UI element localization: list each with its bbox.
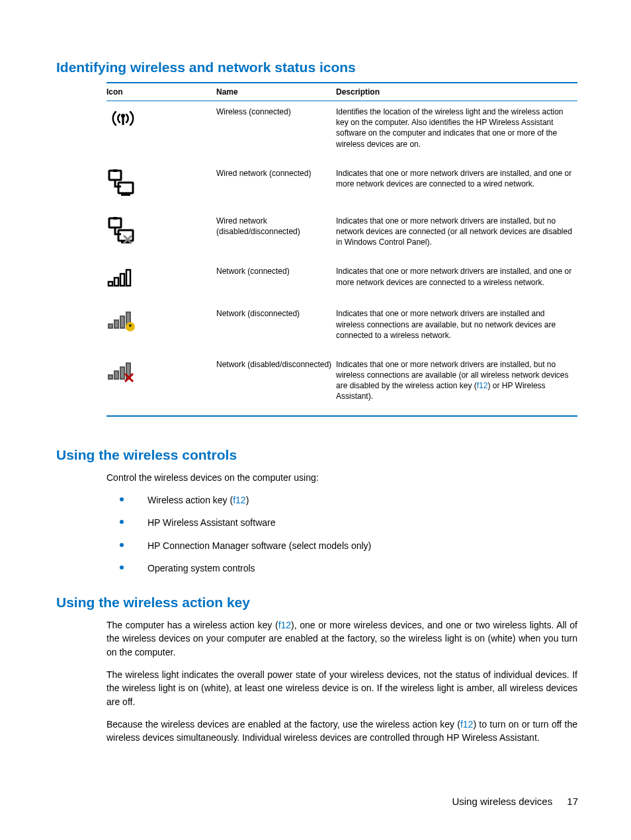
svg-rect-23 [114, 371, 118, 379]
f12-link[interactable]: f12 [278, 620, 291, 630]
body-paragraph: The computer has a wireless action key (… [106, 618, 577, 659]
col-desc: Description [336, 83, 577, 101]
svg-rect-5 [121, 193, 130, 196]
col-icon: Icon [106, 83, 216, 101]
svg-rect-3 [113, 169, 117, 172]
list-item: Wireless action key (f12) [106, 493, 577, 507]
list-item: HP Wireless Assistant software [106, 516, 577, 529]
svg-rect-4 [118, 183, 133, 193]
svg-rect-7 [113, 217, 117, 220]
heading-using-wireless-action-key: Using the wireless action key [56, 595, 578, 610]
network-disconnected-icon: * [106, 308, 136, 332]
table-row: * Network (disconnected) Indicates that … [106, 303, 577, 354]
row-desc: Indicates that one or more network drive… [336, 210, 577, 261]
page-number: 17 [567, 796, 578, 807]
row-name: Network (connected) [216, 261, 336, 303]
heading-identifying-icons: Identifying wireless and network status … [56, 60, 578, 75]
page-footer: Using wireless devices 17 [452, 796, 578, 807]
svg-rect-6 [109, 218, 121, 228]
f12-link[interactable]: f12 [477, 381, 488, 390]
col-name: Name [216, 83, 336, 101]
svg-rect-13 [114, 278, 118, 286]
network-disabled-icon [106, 359, 136, 383]
row-desc: Indicates that one or more network drive… [336, 163, 577, 210]
controls-intro: Control the wireless devices on the comp… [106, 471, 577, 484]
footer-text: Using wireless devices [452, 796, 552, 807]
svg-rect-2 [109, 171, 121, 180]
table-row: Wired network (connected) Indicates that… [106, 163, 577, 210]
table-row: Network (connected) Indicates that one o… [106, 261, 577, 303]
svg-rect-22 [108, 375, 112, 379]
table-row: Wired network (disabled/disconnected) In… [106, 210, 577, 261]
svg-rect-16 [108, 324, 112, 328]
status-icons-table: Icon Name Description [106, 82, 577, 417]
table-row: Network (disabled/disconnected) Indicate… [106, 354, 577, 416]
row-name: Network (disabled/disconnected) [216, 354, 336, 416]
svg-rect-12 [108, 282, 112, 286]
row-name: Wired network (connected) [216, 163, 336, 210]
row-desc: Indicates that one or more network drive… [336, 303, 577, 354]
svg-rect-1 [122, 116, 124, 125]
row-desc: Indicates that one or more network drive… [336, 261, 577, 303]
f12-link[interactable]: f12 [460, 719, 473, 730]
list-item: HP Connection Manager software (select m… [106, 539, 577, 552]
svg-text:*: * [129, 323, 132, 331]
svg-rect-17 [114, 320, 118, 328]
svg-rect-14 [120, 274, 124, 286]
svg-rect-15 [126, 270, 130, 286]
row-name: Network (disconnected) [216, 303, 336, 354]
f12-link[interactable]: f12 [233, 495, 245, 505]
svg-rect-18 [120, 316, 124, 328]
wired-network-connected-icon [106, 168, 136, 197]
body-paragraph: The wireless light indicates the overall… [106, 668, 577, 708]
network-connected-icon [106, 266, 136, 290]
row-name: Wireless (connected) [216, 101, 336, 163]
wired-network-disabled-icon [106, 216, 136, 245]
row-desc: Indicates that one or more network drive… [336, 354, 577, 416]
body-paragraph: Because the wireless devices are enabled… [106, 718, 577, 745]
row-name: Wired network (disabled/disconnected) [216, 210, 336, 261]
list-item: Operating system controls [106, 562, 577, 575]
wireless-connected-icon [106, 106, 140, 130]
table-row: Wireless (connected) Identifies the loca… [106, 101, 577, 163]
row-desc: Identifies the location of the wireless … [336, 101, 577, 163]
svg-rect-24 [120, 367, 124, 379]
heading-using-wireless-controls: Using the wireless controls [56, 447, 578, 463]
